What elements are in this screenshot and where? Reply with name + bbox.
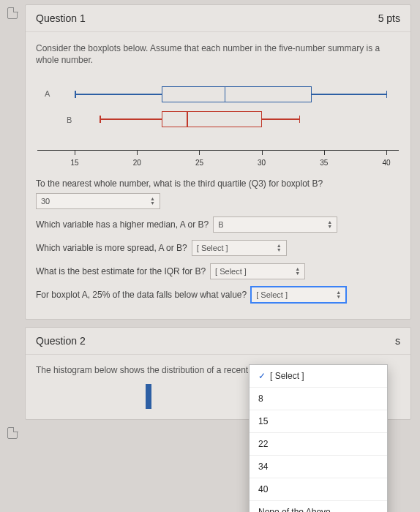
- select-spread[interactable]: [ Select ] ▲▼: [192, 240, 287, 256]
- dropdown-option[interactable]: 8: [250, 387, 387, 410]
- stepper-icon: ▲▼: [277, 244, 282, 252]
- select-25pct[interactable]: [ Select ] ▲▼: [251, 287, 346, 303]
- histogram-bar: [146, 384, 151, 409]
- dropdown-option-selected[interactable]: ✓[ Select ]: [250, 365, 387, 387]
- dropdown-option[interactable]: None of the Above: [250, 500, 387, 512]
- question-2-header: Question 2 s: [26, 328, 410, 355]
- select-q3-value: 30: [41, 197, 50, 206]
- select-q3[interactable]: 30 ▲▼: [36, 193, 160, 209]
- prompt-median: Which variable has a higher median, A or…: [36, 219, 209, 230]
- boxplot-chart: A B 152025303540: [37, 73, 399, 168]
- dropdown-option[interactable]: 40: [250, 478, 387, 500]
- question-1-title: Question 1: [36, 12, 86, 24]
- prompt-spread: Which variable is more spread, A or B?: [36, 243, 187, 253]
- check-icon: ✓: [258, 371, 266, 381]
- stepper-icon: ▲▼: [150, 197, 155, 206]
- stepper-icon: ▲▼: [336, 290, 341, 299]
- select-iqr[interactable]: [ Select ] ▲▼: [210, 263, 305, 279]
- prompt-iqr: What is the best estimate for the IQR fo…: [36, 266, 206, 276]
- prompt-q3: To the nearest whole number, what is the…: [36, 178, 400, 189]
- page-icon: [7, 7, 18, 19]
- select-median[interactable]: B ▲▼: [213, 217, 337, 233]
- dropdown-option[interactable]: 22: [250, 432, 387, 455]
- question-1-points: 5 pts: [378, 12, 400, 24]
- question-1-header: Question 1 5 pts: [26, 5, 410, 32]
- dropdown-menu[interactable]: ✓[ Select ]815223440None of the Above: [249, 364, 388, 512]
- select-25pct-value: [ Select ]: [256, 290, 288, 299]
- page-icon: [7, 427, 18, 439]
- question-2-points-suffix: s: [395, 335, 400, 347]
- prompt-25pct: For boxplot A, 25% of the data falls bel…: [36, 290, 247, 300]
- select-median-value: B: [218, 220, 223, 229]
- boxplot-series-b: [37, 73, 399, 168]
- stepper-icon: ▲▼: [327, 220, 332, 229]
- question-2-title: Question 2: [36, 335, 86, 347]
- select-spread-value: [ Select ]: [197, 244, 228, 252]
- dropdown-option[interactable]: 15: [250, 410, 387, 432]
- question-1-card: Question 1 5 pts Consider the boxplots b…: [25, 4, 411, 320]
- dropdown-option[interactable]: 34: [250, 455, 387, 478]
- select-iqr-value: [ Select ]: [215, 267, 247, 276]
- stepper-icon: ▲▼: [295, 267, 300, 276]
- question-1-intro: Consider the boxplots below. Assume that…: [36, 42, 400, 66]
